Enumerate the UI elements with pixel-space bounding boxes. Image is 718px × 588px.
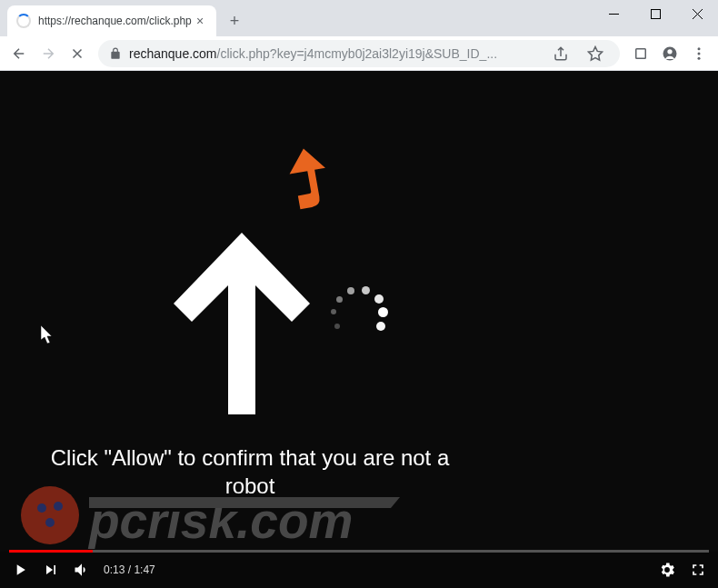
titlebar: https://rechanque.com/click.php × + xyxy=(0,0,718,36)
watermark-text: pcrisk.com xyxy=(87,493,353,549)
close-window-button[interactable] xyxy=(676,0,718,27)
back-arrow-icon xyxy=(11,45,27,62)
extensions-button[interactable] xyxy=(627,40,654,67)
menu-button[interactable] xyxy=(685,40,713,67)
svg-point-9 xyxy=(54,502,63,511)
allow-message: Click "Allow" to confirm that you are no… xyxy=(50,443,450,500)
svg-point-5 xyxy=(698,52,701,55)
lock-icon xyxy=(109,47,122,60)
url-path: /click.php?key=j4mcmyb0j2ai3l2yi19j&SUB_… xyxy=(217,46,498,61)
video-progress-fill xyxy=(9,550,93,553)
svg-point-6 xyxy=(698,56,701,59)
loading-spinner-icon xyxy=(16,14,31,28)
maximize-icon xyxy=(651,9,661,19)
url-domain: rechanque.com xyxy=(129,46,217,61)
video-current-time: 0:13 xyxy=(104,563,125,576)
svg-point-4 xyxy=(698,47,701,50)
svg-point-10 xyxy=(45,518,55,527)
volume-icon xyxy=(73,561,91,579)
browser-tab[interactable]: https://rechanque.com/click.php × xyxy=(7,5,216,36)
kebab-icon xyxy=(691,45,707,62)
next-button[interactable] xyxy=(42,561,60,579)
play-button[interactable] xyxy=(11,561,29,579)
next-icon xyxy=(42,561,60,579)
fullscreen-icon xyxy=(689,561,707,579)
minimize-button[interactable] xyxy=(593,0,634,27)
back-button[interactable] xyxy=(5,40,33,67)
up-arrow-graphic xyxy=(169,233,314,414)
settings-button[interactable] xyxy=(658,561,676,579)
share-icon xyxy=(553,45,569,62)
volume-button[interactable] xyxy=(73,561,91,579)
bookmark-button[interactable] xyxy=(582,40,609,67)
play-icon xyxy=(11,561,29,579)
video-time: 0:13 / 1:47 xyxy=(104,563,155,576)
video-progress-track[interactable] xyxy=(9,550,709,553)
svg-rect-0 xyxy=(651,9,660,18)
address-bar[interactable]: rechanque.com/click.php?key=j4mcmyb0j2ai… xyxy=(98,40,620,67)
minimize-icon xyxy=(609,9,619,19)
gear-icon xyxy=(658,561,676,579)
video-controls: 0:13 / 1:47 xyxy=(0,552,718,588)
url-text: rechanque.com/click.php?key=j4mcmyb0j2ai… xyxy=(129,46,540,61)
window-controls xyxy=(593,0,718,27)
puzzle-icon xyxy=(633,45,649,62)
svg-point-8 xyxy=(37,503,46,513)
star-icon xyxy=(587,45,603,62)
page-content: Click "Allow" to confirm that you are no… xyxy=(0,71,718,588)
close-tab-button[interactable]: × xyxy=(193,14,207,28)
close-icon xyxy=(693,9,703,19)
mouse-cursor-icon xyxy=(41,325,55,345)
share-button[interactable] xyxy=(547,40,574,67)
stop-reload-button[interactable] xyxy=(64,40,91,67)
forward-button[interactable] xyxy=(35,40,62,67)
video-duration: 1:47 xyxy=(134,563,155,576)
pointer-arrow-overlay xyxy=(282,148,336,212)
svg-rect-1 xyxy=(636,48,646,58)
forward-arrow-icon xyxy=(40,45,56,62)
maximize-button[interactable] xyxy=(634,0,676,27)
svg-point-3 xyxy=(667,49,672,54)
tab-title: https://rechanque.com/click.php xyxy=(38,15,193,27)
new-tab-button[interactable]: + xyxy=(222,8,247,34)
stop-icon xyxy=(69,45,85,62)
browser-toolbar: rechanque.com/click.php?key=j4mcmyb0j2ai… xyxy=(0,36,718,71)
profile-button[interactable] xyxy=(656,40,683,67)
fullscreen-button[interactable] xyxy=(689,561,707,579)
loading-dots-icon xyxy=(327,289,391,353)
profile-icon xyxy=(662,45,678,62)
